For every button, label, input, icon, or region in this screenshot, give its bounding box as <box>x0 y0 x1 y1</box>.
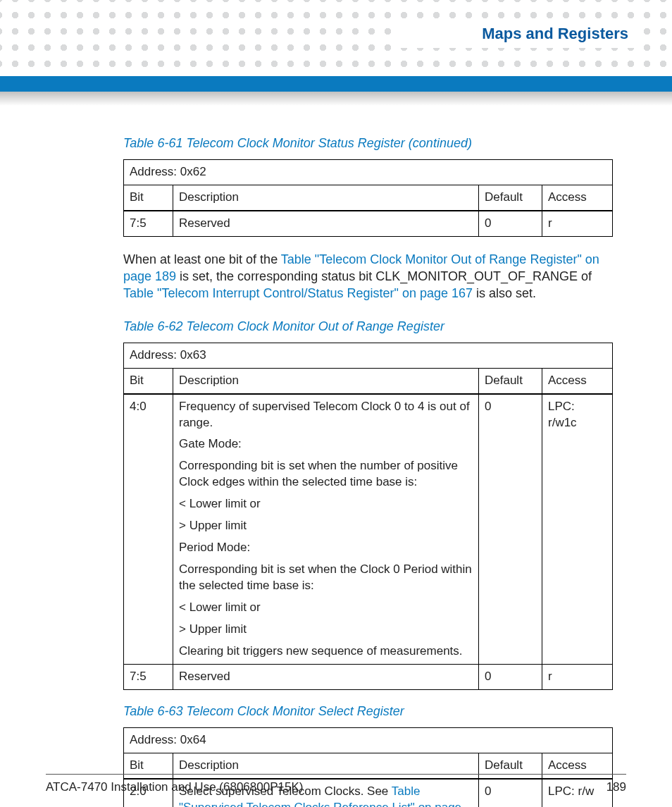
table-row: 4:0 Frequency of supervised Telecom Cloc… <box>124 394 613 665</box>
table-header-cell: Bit <box>124 185 173 210</box>
text: is also set. <box>473 286 536 300</box>
table-address-cell: Address: 0x63 <box>124 343 613 368</box>
table-header-cell: Access <box>542 368 613 393</box>
desc-line: Corresponding bit is set when the number… <box>179 458 473 491</box>
header-shadow <box>0 92 672 106</box>
page-footer: ATCA-7470 Installation and Use (6806800P… <box>46 774 626 794</box>
paragraph: When at least one bit of the Table "Tele… <box>123 251 613 302</box>
table-63-caption: Table 6-63 Telecom Clock Monitor Select … <box>123 704 613 719</box>
table-header-cell: Default <box>479 185 542 210</box>
page-content: Table 6-61 Telecom Clock Monitor Status … <box>123 130 613 807</box>
desc-line: Period Mode: <box>179 540 473 556</box>
table-61: Address: 0x62 Bit Description Default Ac… <box>123 159 613 237</box>
table-cell: 0 <box>479 664 542 689</box>
desc-line: Clearing bit triggers new sequence of me… <box>179 643 473 660</box>
desc-line: Gate Mode: <box>179 436 473 452</box>
table-row: 7:5 Reserved 0 r <box>124 664 613 689</box>
table-address-cell: Address: 0x64 <box>124 727 613 753</box>
desc-line: Corresponding bit is set when the Clock … <box>179 562 473 594</box>
table-header-cell: Default <box>479 368 542 393</box>
table-header-cell: Access <box>542 185 613 210</box>
table-cell: LPC: r/w1c <box>542 394 613 665</box>
desc-line: Frequency of supervised Telecom Clock 0 … <box>179 399 473 431</box>
desc-line: > Upper limit <box>179 518 473 534</box>
table-cell: r <box>542 664 613 689</box>
table-header-cell: Bit <box>124 368 173 393</box>
table-63: Address: 0x64 Bit Description Default Ac… <box>123 727 613 807</box>
table-row: Address: 0x64 <box>124 727 613 753</box>
text: When at least one bit of the <box>123 252 281 266</box>
table-row: Address: 0x63 <box>124 343 613 368</box>
table-cell: 4:0 <box>124 394 173 665</box>
desc-line: > Upper limit <box>179 622 473 638</box>
table-cell: Reserved <box>173 211 479 236</box>
section-title: Maps and Registers <box>482 25 628 43</box>
table-cell: 0 <box>479 211 542 236</box>
desc-line: < Lower limit or <box>179 496 473 512</box>
table-62: Address: 0x63 Bit Description Default Ac… <box>123 343 613 690</box>
table-row: Address: 0x62 <box>124 160 613 185</box>
table-cell: 7:5 <box>124 664 173 689</box>
table-62-caption: Table 6-62 Telecom Clock Monitor Out of … <box>123 319 613 334</box>
table-cell: Reserved <box>173 664 479 689</box>
header-blue-bar <box>0 76 672 92</box>
cross-ref-link[interactable]: Table "Telecom Interrupt Control/Status … <box>123 286 473 300</box>
table-address-cell: Address: 0x62 <box>124 160 613 185</box>
table-cell: r <box>542 211 613 236</box>
table-cell: Frequency of supervised Telecom Clock 0 … <box>173 394 479 665</box>
table-row: Bit Description Default Access <box>124 185 613 210</box>
table-cell: 7:5 <box>124 211 173 236</box>
table-cell: 0 <box>479 394 542 665</box>
table-row: Bit Description Default Access <box>124 368 613 393</box>
desc-line: < Lower limit or <box>179 600 473 616</box>
text: is set, the corresponding status bit CLK… <box>176 269 592 283</box>
table-header-cell: Description <box>173 185 479 210</box>
table-header-cell: Description <box>173 368 479 393</box>
table-row: 7:5 Reserved 0 r <box>124 211 613 236</box>
page-number: 189 <box>606 780 626 794</box>
table-61-caption: Table 6-61 Telecom Clock Monitor Status … <box>123 136 613 151</box>
footer-doc-title: ATCA-7470 Installation and Use (6806800P… <box>46 780 303 794</box>
